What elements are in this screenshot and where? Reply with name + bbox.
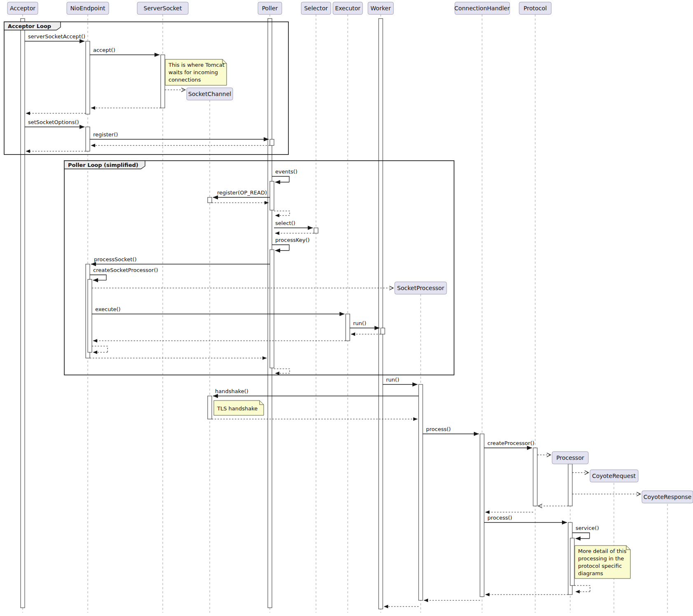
message-label: processSocket() <box>94 256 137 262</box>
activation-protocol <box>533 448 537 506</box>
activation-connectionhandler <box>480 434 484 597</box>
message-label: select() <box>275 220 295 226</box>
participant-label: CoyoteRequest <box>592 473 636 479</box>
note-line: diagrams <box>578 570 603 576</box>
message-label: process() <box>426 426 451 432</box>
activation-serversocket <box>161 55 165 108</box>
participant-selector: Selector <box>301 2 331 14</box>
participant-socketprocessor: SocketProcessor <box>395 282 447 294</box>
message-service-self: service() <box>572 525 599 539</box>
participant-label: Acceptor <box>10 5 35 12</box>
message-execute: execute() <box>92 306 344 314</box>
participant-label: Worker <box>370 5 391 12</box>
participant-label: NioEndpoint <box>70 5 105 12</box>
note-line: More detail of this <box>578 548 627 554</box>
note-tomcat-waits: This is where Tomcat waits for incoming … <box>165 59 227 85</box>
activation-poller-events <box>270 181 274 210</box>
participant-label: ConnectionHandler <box>454 5 510 12</box>
note-tls-handshake: TLS handshake <box>214 401 264 415</box>
diagram-canvas: Acceptor Loop Poller Loop (simplified) s… <box>0 0 693 616</box>
message-label: processKey() <box>275 237 310 243</box>
activation-executor <box>346 314 350 341</box>
participant-connectionhandler: ConnectionHandler <box>454 2 510 14</box>
participant-processor: Processor <box>552 452 588 464</box>
note-more-detail: More detail of this processing in the pr… <box>575 546 630 579</box>
activation-poller-register <box>270 139 274 145</box>
message-register: register() <box>90 131 269 139</box>
participant-label: Poller <box>262 5 278 12</box>
message-label: setSocketOptions() <box>28 119 79 125</box>
participant-label: SocketChannel <box>188 91 231 97</box>
message-label: accept() <box>93 47 115 53</box>
return-processor-self <box>574 586 590 592</box>
participant-acceptor: Acceptor <box>7 2 38 14</box>
fragment-acceptor-loop-label: Acceptor Loop <box>8 23 51 29</box>
participant-serversocket: ServerSocket <box>137 2 188 14</box>
activation-worker <box>379 19 383 609</box>
message-createprocessor: createProcessor() <box>484 440 534 448</box>
activation-socketchannel-handshake <box>208 396 212 419</box>
message-label: serverSocketAccept() <box>28 33 85 40</box>
return-nioendpoint-self <box>92 346 108 352</box>
activation-selector <box>314 228 318 233</box>
message-events-self: events() <box>272 169 297 182</box>
fragment-acceptor-loop: Acceptor Loop <box>4 22 288 155</box>
participant-nioendpoint: NioEndpoint <box>67 2 109 14</box>
note-line: TLS handshake <box>217 405 258 412</box>
activation-processor-service <box>570 538 574 586</box>
participant-coyoteresponse: CoyoteResponse <box>642 491 693 503</box>
participant-executor: Executor <box>333 2 363 14</box>
message-label: register() <box>93 131 118 138</box>
message-label: register(OP_READ) <box>217 190 267 196</box>
participant-label: ServerSocket <box>144 5 182 12</box>
fragment-poller-loop-label: Poller Loop (simplified) <box>68 162 138 168</box>
activation-poller-processkey <box>270 250 274 368</box>
activation-processor-1 <box>568 464 572 506</box>
activation-nioendpoint-nested <box>88 279 92 352</box>
activation-socketchannel-register <box>208 197 212 203</box>
participant-label: Selector <box>304 5 328 12</box>
message-setSocketOptions: setSocketOptions() <box>25 119 84 127</box>
message-serverSocketAccept: serverSocketAccept() <box>25 33 85 41</box>
activation-nioendpoint-1 <box>86 41 90 114</box>
note-line: waits for incoming <box>169 69 218 75</box>
participant-label: Processor <box>556 454 584 461</box>
message-select: select() <box>274 220 313 228</box>
activation-nioendpoint-2 <box>86 127 90 151</box>
message-createsocketprocessor-self: createSocketProcessor() <box>90 267 158 280</box>
message-label: createProcessor() <box>487 440 534 446</box>
participant-socketchannel: SocketChannel <box>187 88 233 100</box>
return-poller-self-events <box>274 211 290 215</box>
participant-label: CoyoteResponse <box>644 494 692 500</box>
activation-worker-run <box>381 328 385 334</box>
message-label: process() <box>487 515 512 521</box>
sequence-diagram: Acceptor Loop Poller Loop (simplified) s… <box>0 0 693 616</box>
message-label: run() <box>386 377 399 383</box>
note-line: protocol specific <box>578 563 622 569</box>
message-processkey-self: processKey() <box>272 237 310 251</box>
participant-poller: Poller <box>258 2 282 14</box>
message-process-socketprocessor: process() <box>423 426 479 434</box>
message-run-executor-worker: run() <box>350 320 379 328</box>
message-processsocket: processSocket() <box>91 256 270 264</box>
message-label: events() <box>275 169 297 175</box>
message-register-op-read: register(OP_READ) <box>213 190 270 197</box>
note-line: This is where Tomcat <box>168 62 225 68</box>
message-label: createSocketProcessor() <box>93 267 158 273</box>
activation-acceptor <box>21 19 25 608</box>
participant-protocol: Protocol <box>519 2 551 14</box>
message-label: handshake() <box>215 388 248 394</box>
participant-coyoterequest: CoyoteRequest <box>590 470 638 482</box>
message-run-worker-socketprocessor: run() <box>383 377 417 384</box>
message-label: run() <box>353 320 366 326</box>
message-label: execute() <box>95 306 121 312</box>
activation-socketprocessor <box>419 384 423 600</box>
note-line: processing in the <box>578 555 624 562</box>
participant-label: Executor <box>335 5 361 12</box>
participant-worker: Worker <box>368 2 393 14</box>
message-accept: accept() <box>90 47 159 55</box>
message-label: service() <box>576 525 599 531</box>
message-process-connectionhandler: process() <box>484 515 567 522</box>
participant-label: Protocol <box>524 5 547 12</box>
participant-label: SocketProcessor <box>397 285 445 291</box>
